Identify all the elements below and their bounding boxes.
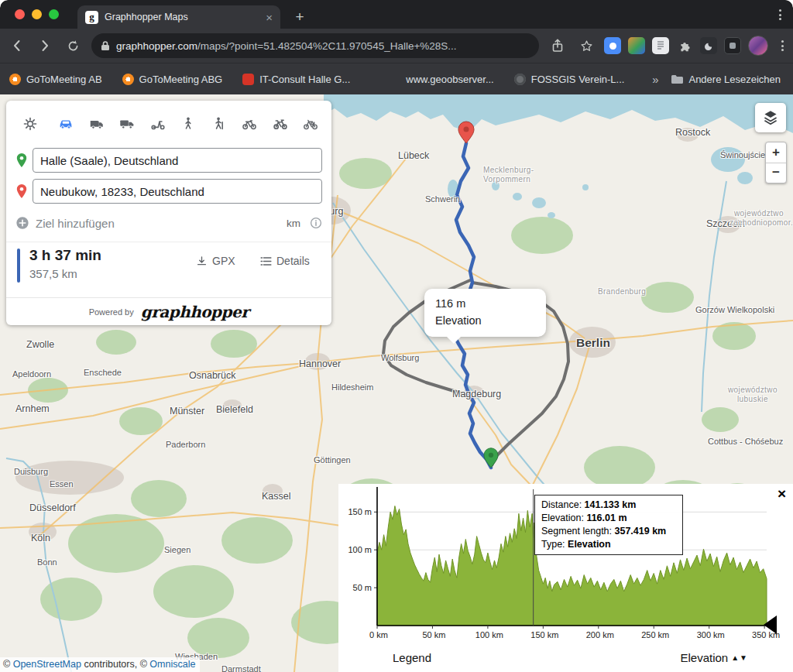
fossgis-favicon <box>514 74 526 85</box>
other-bookmarks-folder[interactable]: Andere Lesezeichen <box>671 74 781 85</box>
back-arrow-icon <box>10 39 24 53</box>
svg-text:200 km: 200 km <box>586 630 614 639</box>
popup-elevation-value: 116 m <box>435 296 535 313</box>
forward-button[interactable] <box>34 35 56 57</box>
small-truck-icon <box>88 115 105 132</box>
unit-label: km <box>287 218 300 229</box>
svg-text:250 km: 250 km <box>641 630 669 639</box>
back-button[interactable] <box>6 35 28 57</box>
bookmark-item[interactable]: GoToMeeting ABG <box>122 74 223 85</box>
gpx-download-button[interactable]: GPX <box>196 255 235 267</box>
scooter-icon <box>149 115 166 132</box>
toolbar-menu-kebab-icon[interactable] <box>775 39 789 53</box>
profile-foot-button[interactable] <box>175 111 201 137</box>
titlebar-menu-kebab-icon[interactable] <box>773 8 787 22</box>
hiker-icon <box>211 115 228 132</box>
browser-toolbar: graphhopper.com/maps/?point=51.482504%2C… <box>0 29 793 63</box>
powered-by-label: Powered by <box>89 307 134 317</box>
gear-icon <box>22 116 38 132</box>
elevation-axis-selector[interactable]: Elevation ▲▼ <box>680 651 748 664</box>
route-summary: 3 h 37 min 357,5 km GPX Details <box>6 242 331 297</box>
destination-marker <box>458 122 474 143</box>
svg-text:300 km: 300 km <box>697 630 725 639</box>
profile-bike-button[interactable] <box>236 111 263 137</box>
svg-text:0 km: 0 km <box>369 630 388 639</box>
list-icon <box>260 256 272 266</box>
zoom-out-button[interactable]: − <box>766 163 786 183</box>
zoom-in-button[interactable]: + <box>766 142 786 163</box>
elevation-tooltip: Distance: 141.133 km Elevation: 116.01 m… <box>534 495 683 555</box>
legend-toggle[interactable]: Legend <box>393 651 431 664</box>
destination-pin-icon <box>15 183 28 199</box>
browser-window: g Graphhopper Maps × + graphhopper.com/m… <box>0 0 793 672</box>
download-icon <box>196 255 208 267</box>
settings-button[interactable] <box>17 111 43 137</box>
profile-mtb-button[interactable] <box>267 111 294 137</box>
bookmark-item[interactable]: GoToMeeting AB <box>9 74 102 85</box>
extension-icon[interactable] <box>628 37 645 54</box>
truck-icon <box>118 115 136 132</box>
origin-pin-icon <box>15 153 28 168</box>
svg-text:50 km: 50 km <box>422 630 445 639</box>
fullscreen-window-button[interactable] <box>49 9 59 19</box>
browser-tab[interactable]: g Graphhopper Maps × <box>77 5 280 29</box>
elevation-close-button[interactable]: × <box>778 486 786 501</box>
svg-text:100 m: 100 m <box>348 545 372 554</box>
profile-truck-button[interactable] <box>114 111 140 137</box>
extension-icon[interactable] <box>604 37 621 54</box>
star-icon <box>580 39 593 53</box>
new-tab-button[interactable]: + <box>290 7 310 27</box>
origin-input[interactable] <box>33 148 322 173</box>
profile-racingbike-button[interactable] <box>297 111 324 137</box>
bookmark-item[interactable]: FOSSGIS Verein-L... <box>514 74 625 85</box>
extensions-puzzle-icon[interactable] <box>676 37 693 54</box>
graphhopper-logo: graphhopper <box>141 303 249 321</box>
gotomeeting-favicon <box>122 74 134 85</box>
bike-icon <box>241 115 258 132</box>
elevation-panel[interactable]: 150 m100 m50 m0 km50 km100 km150 km200 k… <box>338 484 793 672</box>
lock-icon <box>101 40 110 51</box>
map-elevation-popup: 116 m Elevation <box>424 289 546 337</box>
mountain-bike-icon <box>272 115 289 132</box>
it-consult-favicon <box>242 74 254 85</box>
gotomeeting-favicon <box>9 74 21 85</box>
info-icon[interactable] <box>310 217 322 229</box>
map-attribution: © OpenStreetMap contributors, © Omniscal… <box>0 657 200 672</box>
profile-scooter-button[interactable] <box>145 111 171 137</box>
reload-button[interactable] <box>62 35 84 57</box>
layers-button[interactable] <box>755 103 786 132</box>
osm-link[interactable]: OpenStreetMap <box>13 659 81 670</box>
tab-close-icon[interactable]: × <box>266 12 273 23</box>
origin-marker <box>484 448 498 468</box>
omniscale-link[interactable]: Omniscale <box>149 659 195 670</box>
destination-input[interactable] <box>33 179 322 204</box>
bookmarks-overflow-chevron[interactable]: » <box>652 73 658 86</box>
details-button[interactable]: Details <box>260 255 310 267</box>
minimize-window-button[interactable] <box>32 9 42 19</box>
route-duration: 3 h 37 min <box>29 247 101 264</box>
tab-title: Graphhopper Maps <box>105 12 259 22</box>
share-button[interactable] <box>547 35 568 57</box>
folder-icon <box>671 74 683 84</box>
bookmark-item[interactable]: www.geoobserver... <box>406 74 493 85</box>
address-bar[interactable]: graphhopper.com/maps/?point=51.482504%2C… <box>91 33 539 58</box>
url-text: graphhopper.com/maps/?point=51.482504%2C… <box>116 40 457 52</box>
bookmark-star-button[interactable] <box>575 35 597 57</box>
bookmark-item[interactable]: IT-Consult Halle G... <box>242 74 350 85</box>
extension-icon[interactable] <box>700 37 717 54</box>
profile-small-truck-button[interactable] <box>84 111 110 137</box>
map-canvas[interactable]: RostockLübeckSchwerinMecklenburg-Vorpomm… <box>0 94 793 672</box>
add-destination-icon[interactable] <box>15 216 29 230</box>
svg-text:150 km: 150 km <box>530 630 558 639</box>
extension-icon[interactable] <box>724 37 741 54</box>
title-bar: g Graphhopper Maps × + <box>0 0 793 29</box>
profile-hike-button[interactable] <box>206 111 232 137</box>
pedestrian-icon <box>180 115 197 132</box>
bookmarks-bar: GoToMeeting AB GoToMeeting ABG IT-Consul… <box>0 63 793 94</box>
add-destination-button[interactable]: Ziel hinzufügen <box>36 217 280 230</box>
close-window-button[interactable] <box>15 9 25 19</box>
profile-car-button[interactable] <box>53 111 79 137</box>
extension-icon[interactable] <box>652 37 669 54</box>
popup-elevation-label: Elevation <box>435 313 535 330</box>
profile-avatar[interactable] <box>748 36 768 56</box>
